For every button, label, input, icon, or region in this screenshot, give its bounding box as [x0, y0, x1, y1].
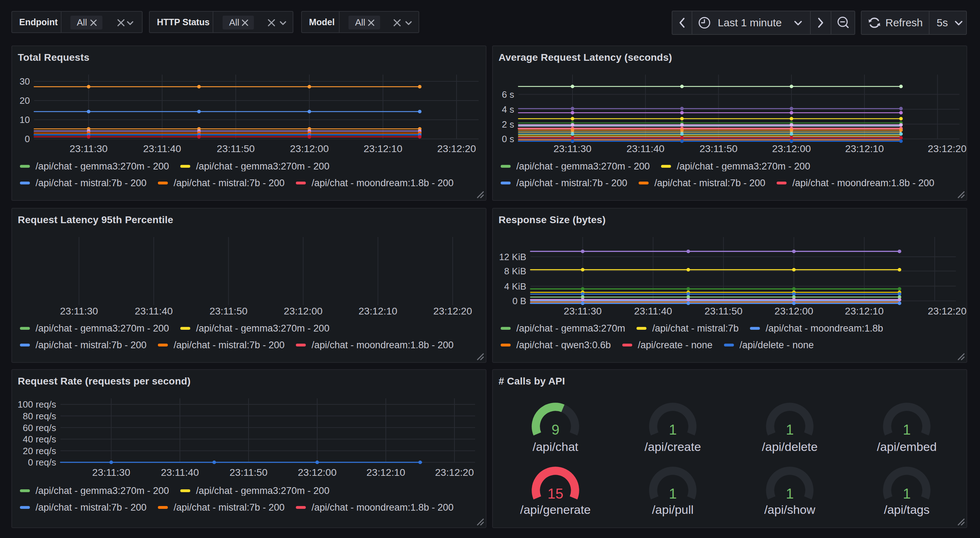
svg-text:/api/tags: /api/tags	[884, 503, 930, 516]
svg-text:23:12:20: 23:12:20	[435, 467, 474, 478]
svg-text:23:11:30: 23:11:30	[563, 306, 601, 317]
svg-text:1: 1	[669, 486, 677, 501]
svg-text:23:11:50: 23:11:50	[210, 306, 248, 317]
svg-text:23:12:10: 23:12:10	[364, 143, 402, 154]
svg-text:/api/show: /api/show	[764, 503, 815, 516]
svg-text:20 req/s: 20 req/s	[23, 446, 56, 456]
svg-text:23:12:00: 23:12:00	[284, 306, 323, 317]
svg-text:1: 1	[903, 422, 911, 438]
svg-text:4 s: 4 s	[502, 104, 514, 115]
svg-text:10: 10	[19, 114, 30, 125]
svg-text:2 s: 2 s	[502, 119, 514, 130]
svg-text:Last 1 minute: Last 1 minute	[718, 17, 781, 29]
svg-text:/api/delete: /api/delete	[762, 440, 818, 454]
svg-text:Refresh: Refresh	[885, 17, 923, 29]
svg-text:/api/create: /api/create	[645, 440, 701, 454]
svg-text:23:11:50: 23:11:50	[700, 143, 738, 154]
svg-text:15: 15	[547, 486, 563, 501]
svg-text:23:12:00: 23:12:00	[298, 467, 337, 478]
svg-text:23:12:20: 23:12:20	[438, 143, 476, 154]
svg-text:1: 1	[786, 422, 794, 438]
svg-text:23:12:10: 23:12:10	[358, 306, 397, 317]
svg-text:6 s: 6 s	[502, 89, 514, 100]
svg-text:/api/generate: /api/generate	[520, 503, 591, 516]
svg-text:1: 1	[786, 486, 794, 501]
svg-text:80 req/s: 80 req/s	[23, 411, 56, 421]
svg-text:23:11:40: 23:11:40	[634, 306, 672, 317]
svg-text:23:11:40: 23:11:40	[143, 143, 181, 154]
svg-text:23:11:30: 23:11:30	[92, 467, 130, 478]
svg-text:1: 1	[903, 486, 911, 501]
svg-text:12 KiB: 12 KiB	[499, 252, 526, 262]
svg-text:23:12:10: 23:12:10	[367, 467, 406, 478]
svg-text:8 KiB: 8 KiB	[504, 266, 526, 276]
svg-text:23:12:20: 23:12:20	[928, 143, 966, 154]
svg-text:23:11:40: 23:11:40	[161, 467, 199, 478]
svg-text:1: 1	[669, 422, 677, 438]
svg-text:23:11:50: 23:11:50	[705, 306, 743, 317]
svg-text:23:12:00: 23:12:00	[775, 306, 813, 317]
svg-text:23:11:30: 23:11:30	[70, 143, 108, 154]
svg-text:20: 20	[19, 95, 30, 106]
svg-text:23:11:40: 23:11:40	[135, 306, 173, 317]
svg-text:23:11:40: 23:11:40	[627, 143, 665, 154]
svg-text:/api/pull: /api/pull	[652, 503, 694, 516]
svg-text:23:11:50: 23:11:50	[217, 143, 255, 154]
svg-text:/api/embed: /api/embed	[877, 440, 937, 454]
svg-text:0: 0	[25, 133, 30, 144]
svg-text:23:11:50: 23:11:50	[230, 467, 268, 478]
svg-text:9: 9	[552, 422, 559, 438]
svg-text:23:12:00: 23:12:00	[290, 143, 329, 154]
svg-text:23:11:30: 23:11:30	[60, 306, 98, 317]
svg-text:23:12:20: 23:12:20	[928, 306, 966, 317]
svg-text:0 req/s: 0 req/s	[28, 457, 57, 468]
svg-text:0 B: 0 B	[512, 296, 526, 306]
svg-text:23:12:20: 23:12:20	[433, 306, 472, 317]
svg-text:23:12:10: 23:12:10	[845, 143, 884, 154]
svg-text:23:11:30: 23:11:30	[554, 143, 592, 154]
svg-text:23:12:00: 23:12:00	[772, 143, 811, 154]
svg-text:100 req/s: 100 req/s	[18, 399, 56, 410]
svg-text:23:12:10: 23:12:10	[845, 306, 884, 317]
svg-text:40 req/s: 40 req/s	[23, 434, 56, 444]
svg-text:/api/chat: /api/chat	[533, 440, 579, 454]
svg-text:60 req/s: 60 req/s	[23, 422, 56, 433]
svg-text:5s: 5s	[937, 17, 948, 29]
svg-text:30: 30	[19, 76, 30, 87]
svg-text:0 s: 0 s	[502, 133, 514, 144]
svg-text:4 KiB: 4 KiB	[504, 281, 526, 292]
